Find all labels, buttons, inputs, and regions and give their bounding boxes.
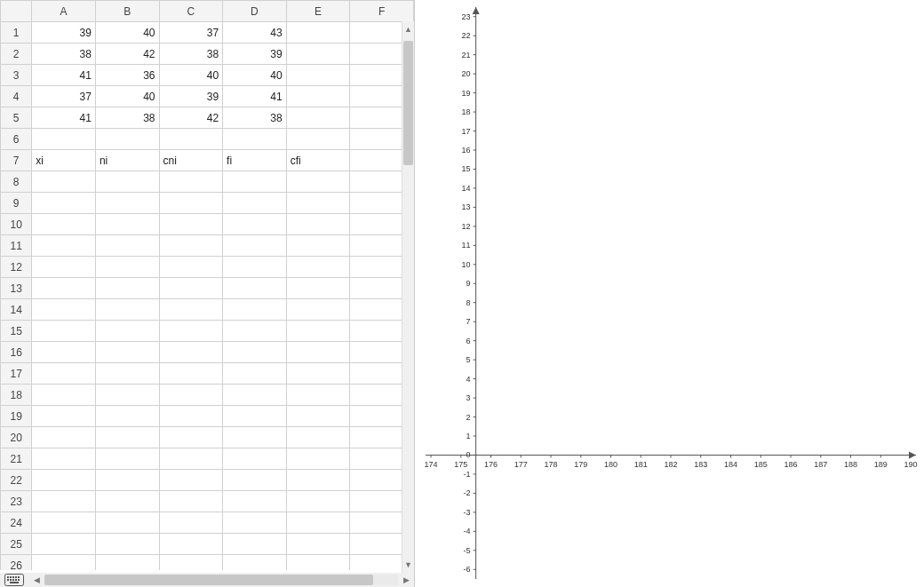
row-header-8[interactable]: 8: [1, 171, 32, 193]
cell-D12[interactable]: [223, 257, 287, 278]
row-header-26[interactable]: 26: [1, 555, 32, 571]
row-header-21[interactable]: 21: [1, 448, 32, 470]
cell-E21[interactable]: [286, 448, 350, 470]
cell-A26[interactable]: [32, 555, 96, 571]
cell-C23[interactable]: [159, 491, 223, 512]
cell-B3[interactable]: 36: [95, 65, 159, 86]
row-header-11[interactable]: 11: [1, 235, 32, 257]
cell-C4[interactable]: 39: [159, 86, 223, 107]
cell-E26[interactable]: [286, 555, 350, 571]
cell-A4[interactable]: 37: [32, 86, 96, 107]
row-header-2[interactable]: 2: [1, 44, 32, 65]
cell-B16[interactable]: [95, 342, 159, 363]
cell-C17[interactable]: [159, 363, 223, 385]
col-header-A[interactable]: A: [32, 1, 96, 22]
cell-A12[interactable]: [32, 257, 96, 278]
row-header-22[interactable]: 22: [1, 470, 32, 491]
cell-A19[interactable]: [32, 406, 96, 427]
cell-B22[interactable]: [95, 470, 159, 491]
cell-B18[interactable]: [95, 385, 159, 406]
cell-B9[interactable]: [95, 193, 159, 214]
cell-C15[interactable]: [159, 321, 223, 342]
cell-D3[interactable]: 40: [223, 65, 287, 86]
cell-A14[interactable]: [32, 299, 96, 321]
cell-E2[interactable]: [286, 44, 350, 65]
cell-E9[interactable]: [286, 193, 350, 214]
cell-A3[interactable]: 41: [32, 65, 96, 86]
cell-B24[interactable]: [95, 512, 159, 534]
cell-A15[interactable]: [32, 321, 96, 342]
cell-D19[interactable]: [223, 406, 287, 427]
cell-A17[interactable]: [32, 363, 96, 385]
cell-C22[interactable]: [159, 470, 223, 491]
cell-E11[interactable]: [286, 235, 350, 257]
cell-B15[interactable]: [95, 321, 159, 342]
cell-E8[interactable]: [286, 171, 350, 193]
cell-A6[interactable]: [32, 129, 96, 150]
row-header-10[interactable]: 10: [1, 214, 32, 235]
cell-A10[interactable]: [32, 214, 96, 235]
cell-E3[interactable]: [286, 65, 350, 86]
cell-C18[interactable]: [159, 385, 223, 406]
cell-B10[interactable]: [95, 214, 159, 235]
row-header-12[interactable]: 12: [1, 257, 32, 278]
row-header-3[interactable]: 3: [1, 65, 32, 86]
cell-C8[interactable]: [159, 171, 223, 193]
row-header-13[interactable]: 13: [1, 278, 32, 299]
cell-A7[interactable]: xi: [32, 150, 96, 171]
cell-D20[interactable]: [223, 427, 287, 448]
horizontal-scrollbar[interactable]: ◀ ▶: [30, 574, 412, 586]
cell-C26[interactable]: [159, 555, 223, 571]
cell-A5[interactable]: 41: [32, 107, 96, 129]
cell-D14[interactable]: [223, 299, 287, 321]
cell-E15[interactable]: [286, 321, 350, 342]
cell-B8[interactable]: [95, 171, 159, 193]
cell-A13[interactable]: [32, 278, 96, 299]
cell-B1[interactable]: 40: [95, 22, 159, 44]
cell-C24[interactable]: [159, 512, 223, 534]
cell-E1[interactable]: [286, 22, 350, 44]
cell-D11[interactable]: [223, 235, 287, 257]
cell-C14[interactable]: [159, 299, 223, 321]
cell-E25[interactable]: [286, 534, 350, 555]
cell-E16[interactable]: [286, 342, 350, 363]
cell-B17[interactable]: [95, 363, 159, 385]
cell-E10[interactable]: [286, 214, 350, 235]
cell-C13[interactable]: [159, 278, 223, 299]
row-header-16[interactable]: 16: [1, 342, 32, 363]
cell-E20[interactable]: [286, 427, 350, 448]
col-header-B[interactable]: B: [95, 1, 159, 22]
keyboard-icon[interactable]: [0, 573, 28, 587]
cell-B20[interactable]: [95, 427, 159, 448]
cell-B5[interactable]: 38: [95, 107, 159, 129]
row-header-15[interactable]: 15: [1, 321, 32, 342]
row-header-19[interactable]: 19: [1, 406, 32, 427]
row-header-18[interactable]: 18: [1, 385, 32, 406]
cell-D22[interactable]: [223, 470, 287, 491]
coordinate-plane[interactable]: -6-5-4-3-2-10123456789101112131415161718…: [415, 0, 924, 587]
row-header-17[interactable]: 17: [1, 363, 32, 385]
scroll-right-arrow-icon[interactable]: ▶: [400, 574, 412, 586]
cell-C25[interactable]: [159, 534, 223, 555]
cell-E12[interactable]: [286, 257, 350, 278]
cell-A1[interactable]: 39: [32, 22, 96, 44]
select-all-corner[interactable]: [1, 1, 32, 22]
cell-E19[interactable]: [286, 406, 350, 427]
cell-B12[interactable]: [95, 257, 159, 278]
cell-C16[interactable]: [159, 342, 223, 363]
cell-D18[interactable]: [223, 385, 287, 406]
cell-B6[interactable]: [95, 129, 159, 150]
cell-B26[interactable]: [95, 555, 159, 571]
cell-E6[interactable]: [286, 129, 350, 150]
row-header-4[interactable]: 4: [1, 86, 32, 107]
cell-C20[interactable]: [159, 427, 223, 448]
cell-B4[interactable]: 40: [95, 86, 159, 107]
cell-D13[interactable]: [223, 278, 287, 299]
row-header-6[interactable]: 6: [1, 129, 32, 150]
vertical-scroll-thumb[interactable]: [403, 41, 413, 165]
horizontal-scroll-thumb[interactable]: [44, 575, 373, 585]
cell-D15[interactable]: [223, 321, 287, 342]
cell-D4[interactable]: 41: [223, 86, 287, 107]
cell-B19[interactable]: [95, 406, 159, 427]
cell-C7[interactable]: cni: [159, 150, 223, 171]
